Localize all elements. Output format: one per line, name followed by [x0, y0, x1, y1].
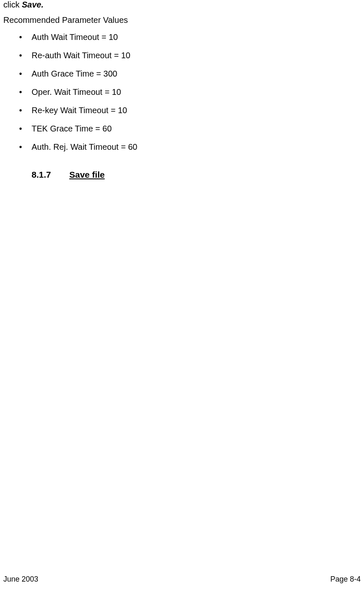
section-number: 8.1.7 — [32, 170, 51, 180]
list-item: Auth. Rej. Wait Timeout = 60 — [19, 141, 361, 153]
section-title: Save file — [69, 170, 105, 179]
list-item: Re-key Wait Timeout = 10 — [19, 104, 361, 116]
footer-page: Page 8-4 — [330, 575, 361, 584]
list-item: TEK Grace Time = 60 — [19, 122, 361, 135]
list-item: Re-auth Wait Timeout = 10 — [19, 49, 361, 62]
click-save-line: click Save. — [3, 0, 361, 10]
save-emphasis: Save. — [22, 0, 43, 9]
recommended-title: Recommended Parameter Values — [3, 15, 361, 25]
footer-date: June 2003 — [3, 575, 38, 584]
click-prefix: click — [3, 0, 22, 9]
list-item: Auth Wait Timeout = 10 — [19, 31, 361, 43]
parameter-list: Auth Wait Timeout = 10 Re-auth Wait Time… — [3, 31, 361, 153]
section-heading: 8.1.7Save file — [3, 170, 361, 180]
list-item: Oper. Wait Timeout = 10 — [19, 86, 361, 98]
list-item: Auth Grace Time = 300 — [19, 67, 361, 80]
page-footer: June 2003 Page 8-4 — [0, 575, 364, 584]
